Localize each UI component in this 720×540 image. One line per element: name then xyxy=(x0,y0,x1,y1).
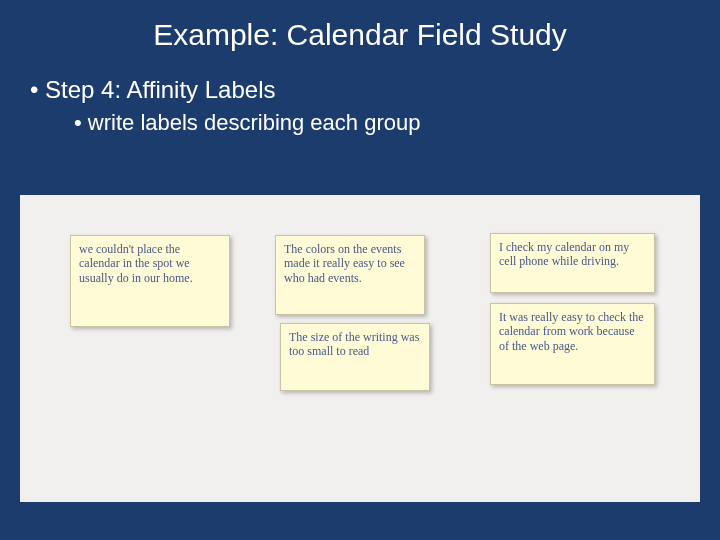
sticky-note: we couldn't place the calendar in the sp… xyxy=(70,235,230,327)
sticky-note: I check my calendar on my cell phone whi… xyxy=(490,233,655,293)
slide-title: Example: Calendar Field Study xyxy=(0,0,720,66)
sticky-note: The colors on the events made it really … xyxy=(275,235,425,315)
notes-board: we couldn't place the calendar in the sp… xyxy=(20,195,700,502)
bullet-step: Step 4: Affinity Labels xyxy=(0,76,720,104)
sticky-note: The size of the writing was too small to… xyxy=(280,323,430,391)
bullet-sub: write labels describing each group xyxy=(0,110,720,136)
sticky-note: It was really easy to check the calendar… xyxy=(490,303,655,385)
